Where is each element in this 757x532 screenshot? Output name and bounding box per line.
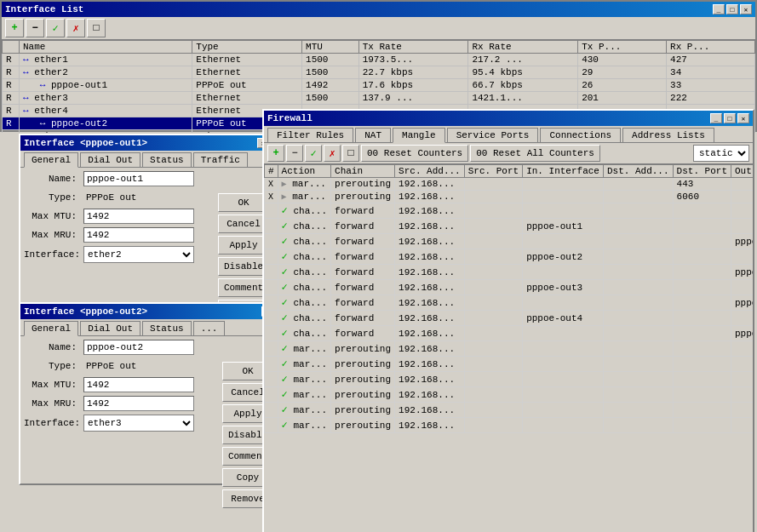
row-flag: R — [3, 92, 20, 105]
input-name-1[interactable] — [83, 171, 194, 186]
fw-close[interactable]: ✕ — [737, 113, 749, 123]
table-row[interactable]: R ↔ ether1 Ethernet 1500 1973.5... 217.2… — [3, 54, 755, 66]
firewall-controls: _ □ ✕ — [710, 113, 749, 123]
input-maxmru-2[interactable] — [83, 396, 194, 411]
tab-connections[interactable]: Connections — [540, 128, 621, 142]
col-num[interactable]: # — [265, 165, 278, 178]
select-interface-1[interactable]: ether2 — [83, 246, 194, 263]
row-srcaddr: 192.168... — [395, 418, 465, 433]
table-row[interactable]: ✓ cha... forward 192.168... pppoe-out2 — [265, 265, 754, 280]
table-row[interactable]: ✓ cha... forward 192.168... pppoe-out2 — [265, 249, 754, 265]
table-row[interactable]: ✓ cha... forward 192.168... pppoe-out4 — [265, 326, 754, 341]
col-type[interactable]: Type — [192, 41, 302, 54]
tab-nat[interactable]: NAT — [355, 128, 391, 142]
row-outiface — [731, 203, 754, 219]
fw-add-button[interactable]: + — [267, 145, 284, 162]
table-row[interactable]: R ↔ ether2 Ethernet 1500 22.7 kbps 95.4 … — [3, 66, 755, 79]
close-button[interactable]: ✕ — [740, 4, 752, 14]
fw-enable-button[interactable]: ✓ — [305, 145, 322, 162]
firewall-table: # Action Chain Src. Add... Src. Port In.… — [264, 164, 753, 433]
row-dstport — [673, 203, 731, 219]
col-txp[interactable]: Tx P... — [578, 41, 667, 54]
col-srcport[interactable]: Src. Port — [464, 165, 522, 178]
reset-all-counters-button[interactable]: 00 Reset All Counters — [470, 145, 600, 162]
col-txrate[interactable]: Tx Rate — [358, 41, 468, 54]
copy-button[interactable]: □ — [87, 19, 106, 37]
row-action: ✓ mar... — [278, 403, 330, 418]
enable-button[interactable]: ✓ — [46, 19, 65, 37]
col-dstport[interactable]: Dst. Port — [673, 165, 731, 178]
input-name-2[interactable] — [83, 340, 194, 355]
table-row[interactable]: X ▶ mar... prerouting 192.168... 6060 — [265, 191, 754, 203]
col-mtu[interactable]: MTU — [302, 41, 359, 54]
apply-button-1[interactable]: Apply — [218, 236, 269, 255]
tab-mangle[interactable]: Mangle — [393, 128, 445, 143]
tab-more-2[interactable]: ... — [193, 321, 226, 335]
col-chain[interactable]: Chain — [331, 165, 395, 178]
reset-counters-button[interactable]: 00 Reset Counters — [361, 145, 468, 162]
maximize-button[interactable]: □ — [726, 4, 738, 14]
col-rxp[interactable]: Rx P... — [667, 41, 755, 54]
input-maxmtu-1[interactable] — [83, 209, 194, 224]
comment-button-1[interactable]: Comment — [218, 278, 269, 297]
disable-button[interactable]: ✗ — [66, 19, 85, 37]
row-type: Ethernet — [192, 54, 302, 66]
table-row[interactable]: R ↔ pppoe-out1 PPPoE out 1492 17.6 kbps … — [3, 79, 755, 92]
col-name[interactable]: Name — [20, 41, 192, 54]
fw-remove-button[interactable]: − — [286, 145, 303, 162]
col-dstaddr[interactable]: Dst. Add... — [603, 165, 673, 178]
tab-general-2[interactable]: General — [24, 321, 78, 336]
row-srcport — [464, 387, 522, 403]
table-row[interactable]: ✓ cha... forward 192.168... pppoe-out1 — [265, 219, 754, 234]
table-row[interactable]: ✓ mar... prerouting 192.168... — [265, 357, 754, 372]
col-srcaddr[interactable]: Src. Add... — [395, 165, 465, 178]
fw-minimize[interactable]: _ — [710, 113, 722, 123]
table-row[interactable]: ✓ cha... forward 192.168... pppoe-out1 — [265, 234, 754, 249]
table-row[interactable]: ✓ mar... prerouting 192.168... — [265, 341, 754, 357]
minimize-button[interactable]: _ — [713, 4, 725, 14]
ok-button-1[interactable]: OK — [218, 193, 269, 212]
select-interface-2[interactable]: ether3 — [83, 415, 194, 432]
col-iniface[interactable]: In. Interface — [523, 165, 604, 178]
col-action[interactable]: Action — [278, 165, 330, 178]
table-row[interactable]: ✓ cha... forward 192.168... pppoe-out3 — [265, 295, 754, 311]
table-row[interactable]: ✓ cha... forward 192.168... pppoe-out3 — [265, 280, 754, 295]
tab-service-ports[interactable]: Service Ports — [447, 128, 539, 142]
row-dstaddr — [603, 418, 673, 433]
table-row[interactable]: X ▶ mar... prerouting 192.168... 443 — [265, 178, 754, 191]
filter-select[interactable]: static — [693, 145, 749, 162]
row-iniface — [523, 265, 604, 280]
fw-maximize[interactable]: □ — [724, 113, 736, 123]
input-maxmru-1[interactable] — [83, 227, 194, 243]
fw-copy-button[interactable]: □ — [342, 145, 359, 162]
row-txp: 201 — [578, 92, 667, 105]
tab-general-1[interactable]: General — [24, 152, 78, 168]
tab-traffic-1[interactable]: Traffic — [193, 152, 248, 167]
row-srcaddr: 192.168... — [395, 219, 465, 234]
remove-button[interactable]: − — [26, 19, 44, 37]
cancel-button-1[interactable]: Cancel — [218, 215, 269, 233]
table-row[interactable]: ✓ mar... prerouting 192.168... — [265, 403, 754, 418]
row-num: X — [265, 178, 278, 191]
row-outiface — [731, 357, 754, 372]
tab-dialout-2[interactable]: Dial Out — [80, 321, 141, 335]
row-chain: prerouting — [331, 357, 395, 372]
disable-button-1[interactable]: Disable — [218, 257, 269, 276]
col-outiface[interactable]: Out. Inter... — [731, 165, 754, 178]
tab-status-2[interactable]: Status — [142, 321, 192, 335]
tab-filter-rules[interactable]: Filter Rules — [267, 128, 353, 142]
row-outiface — [731, 403, 754, 418]
table-row[interactable]: R ↔ ether3 Ethernet 1500 137.9 ... 1421.… — [3, 92, 755, 105]
tab-address-lists[interactable]: Address Lists — [622, 128, 714, 142]
table-row[interactable]: ✓ mar... prerouting 192.168... — [265, 418, 754, 433]
add-button[interactable]: + — [5, 19, 24, 37]
table-row[interactable]: ✓ mar... prerouting 192.168... — [265, 372, 754, 387]
table-row[interactable]: ✓ cha... forward 192.168... pppoe-out4 — [265, 311, 754, 326]
col-rxrate[interactable]: Rx Rate — [468, 41, 578, 54]
input-maxmtu-2[interactable] — [83, 377, 194, 392]
tab-dialout-1[interactable]: Dial Out — [80, 152, 141, 167]
table-row[interactable]: ✓ mar... prerouting 192.168... — [265, 387, 754, 403]
tab-status-1[interactable]: Status — [142, 152, 192, 167]
table-row[interactable]: ✓ cha... forward 192.168... — [265, 203, 754, 219]
fw-disable-button[interactable]: ✗ — [324, 145, 341, 162]
